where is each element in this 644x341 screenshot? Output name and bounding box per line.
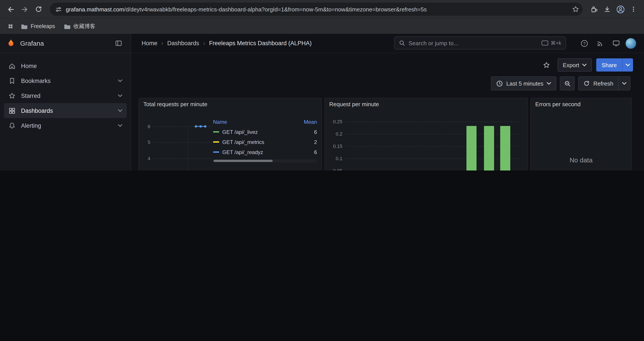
- dashboard-actions: Export Share: [540, 58, 633, 72]
- sidebar-item-home[interactable]: Home: [4, 58, 127, 73]
- breadcrumb-home[interactable]: Home: [142, 40, 158, 47]
- reload-button[interactable]: [32, 3, 45, 15]
- bookmarks-bar: Freeleaps 收藏博客: [0, 19, 644, 34]
- url-bar[interactable]: grafana.mathmast.com/d/deytv4rwavabkb/fr…: [50, 3, 582, 16]
- panel-title[interactable]: Total requests per minute: [143, 101, 207, 108]
- app-brand: Grafana: [20, 40, 108, 47]
- dashboards-grid-icon: [8, 107, 16, 114]
- help-icon[interactable]: ?: [578, 37, 590, 49]
- sidebar-item-dashboards[interactable]: Dashboards: [4, 103, 127, 118]
- share-menu-caret[interactable]: [622, 58, 633, 72]
- refresh-button: Refresh: [578, 76, 630, 90]
- sidebar-item-starred[interactable]: Starred: [4, 88, 127, 103]
- forward-button[interactable]: [18, 3, 31, 15]
- browser-window: grafana.mathmast.com/d/deytv4rwavabkb/fr…: [0, 0, 644, 171]
- user-avatar[interactable]: [626, 38, 636, 49]
- breadcrumb-separator: ›: [161, 40, 163, 47]
- share-label[interactable]: Share: [596, 58, 622, 72]
- panel-total-requests-per-minute: Total requests per minute 6543217:40 Nam…: [138, 98, 322, 171]
- bell-icon: [8, 122, 16, 129]
- panel-title[interactable]: Request per minute: [329, 101, 379, 108]
- panel-title[interactable]: Errors per second: [535, 101, 581, 108]
- dock-menu-icon[interactable]: [112, 37, 124, 49]
- browser-actions: [588, 3, 640, 15]
- profile-icon[interactable]: [614, 3, 626, 15]
- chevron-down-icon: [582, 64, 587, 66]
- refresh-icon: [584, 80, 590, 87]
- request-per-minute-chart[interactable]: 0.250.20.150.10.05017:37:0017:38:0017:39…: [329, 110, 523, 171]
- bookmark-star-icon[interactable]: [572, 6, 579, 13]
- breadcrumb-dashboards[interactable]: Dashboards: [167, 40, 199, 47]
- breadcrumb-current: Freeleaps Metrics Dashboard (ALPHA): [209, 40, 312, 47]
- sidebar-nav: Home Bookmarks Starred Dashboards: [0, 53, 131, 138]
- search-shortcut: ⌘+k: [542, 40, 561, 46]
- series-swatch: [213, 141, 219, 143]
- apps-grid-icon[interactable]: [5, 21, 16, 32]
- rss-icon[interactable]: [594, 37, 606, 49]
- grafana-app: Grafana Home Bookmarks Starred: [0, 34, 644, 171]
- bookmark-label: 收藏博客: [74, 23, 95, 30]
- sidebar-item-label: Bookmarks: [21, 78, 51, 84]
- series-swatch: [213, 131, 219, 133]
- app-header: Home › Dashboards › Freeleaps Metrics Da…: [131, 34, 644, 53]
- back-button[interactable]: [4, 3, 17, 15]
- bar-2xx: [484, 126, 494, 171]
- search-placeholder: Search or jump to...: [408, 40, 538, 46]
- bar-2xx: [500, 126, 510, 171]
- search-icon: [399, 40, 405, 46]
- bar-2xx: [466, 126, 476, 171]
- home-icon: [8, 62, 16, 70]
- chevron-down-icon: [118, 124, 122, 127]
- browser-menu-icon[interactable]: [627, 3, 640, 15]
- chevron-down-icon: [118, 94, 122, 97]
- zoom-out-icon: [564, 80, 571, 87]
- folder-icon: [64, 24, 70, 29]
- share-button[interactable]: Share: [596, 58, 633, 72]
- search-input[interactable]: Search or jump to... ⌘+k: [394, 37, 566, 50]
- bookmark-icon: [8, 77, 16, 85]
- refresh-interval-caret[interactable]: [618, 77, 630, 90]
- legend-row[interactable]: GET /api/_livez6: [213, 127, 317, 137]
- star-icon: [8, 92, 16, 99]
- chevron-down-icon: [547, 82, 551, 85]
- chevron-down-icon: [626, 64, 630, 66]
- sidebar-header: Grafana: [0, 34, 131, 53]
- no-data-message: No data: [531, 107, 631, 171]
- url-text: grafana.mathmast.com/d/deytv4rwavabkb/fr…: [66, 6, 568, 13]
- sidebar-item-alerting[interactable]: Alerting: [4, 118, 127, 133]
- bookmark-folder-blogs[interactable]: 收藏博客: [60, 21, 99, 31]
- bookmark-label: Freeleaps: [31, 23, 55, 30]
- zoom-out-button[interactable]: [560, 76, 575, 90]
- panel-request-per-minute: Request per minute 0.250.20.150.10.05017…: [324, 98, 528, 171]
- browser-toolbar: grafana.mathmast.com/d/deytv4rwavabkb/fr…: [0, 0, 644, 19]
- chevron-down-icon: [118, 80, 122, 82]
- bookmark-folder-freeleaps[interactable]: Freeleaps: [18, 22, 58, 31]
- series-swatch: [213, 151, 219, 153]
- time-controls: Last 5 minutes Refresh: [491, 76, 630, 90]
- legend-row[interactable]: GET /api/_metrics2: [213, 137, 317, 147]
- panel-errors-per-second: Errors per second No data: [530, 98, 632, 171]
- legend-scrollbar[interactable]: [213, 159, 317, 162]
- favorite-star-icon[interactable]: [540, 58, 553, 72]
- folder-icon: [21, 24, 28, 29]
- time-range-picker[interactable]: Last 5 minutes: [491, 76, 556, 90]
- legend-row[interactable]: GET /api/_readyz6: [213, 147, 317, 157]
- clock-icon: [496, 80, 503, 87]
- sidebar-item-label: Starred: [21, 92, 40, 99]
- extensions-icon[interactable]: [588, 3, 600, 15]
- chevron-down-icon: [622, 82, 626, 85]
- sidebar-item-label: Dashboards: [21, 107, 53, 114]
- chevron-down-icon: [118, 109, 122, 112]
- breadcrumb: Home › Dashboards › Freeleaps Metrics Da…: [142, 40, 312, 47]
- sidebar-item-label: Alerting: [21, 122, 41, 129]
- sidebar-item-label: Home: [21, 63, 37, 69]
- total-requests-legend[interactable]: NameMeanGET /api/_livez6GET /api/_metric…: [213, 117, 317, 162]
- refresh-action[interactable]: Refresh: [579, 77, 618, 90]
- downloads-icon[interactable]: [601, 3, 613, 15]
- export-button[interactable]: Export: [558, 58, 592, 72]
- sidebar-item-bookmarks[interactable]: Bookmarks: [4, 73, 127, 88]
- total-requests-chart[interactable]: 6543217:40: [143, 110, 212, 171]
- site-settings-icon[interactable]: [55, 6, 62, 13]
- grafana-logo[interactable]: [6, 38, 16, 48]
- monitor-icon[interactable]: [610, 37, 622, 49]
